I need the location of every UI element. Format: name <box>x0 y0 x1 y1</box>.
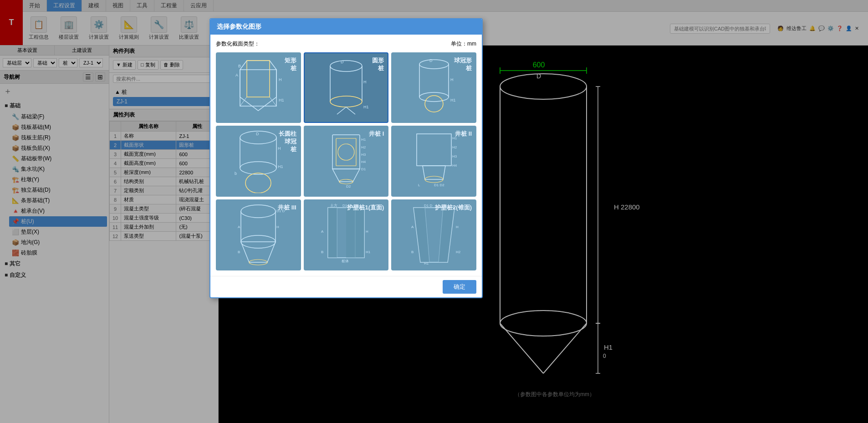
svg-text:A: A <box>235 73 238 77</box>
svg-rect-71 <box>346 208 364 258</box>
svg-text:H1: H1 <box>424 261 429 265</box>
svg-point-23 <box>419 92 449 102</box>
svg-line-3 <box>270 61 276 70</box>
svg-text:H4: H4 <box>452 163 457 168</box>
shape-svg-retaining-1: 土方 D1 D 桩体 A B H H1 <box>319 203 373 267</box>
svg-text:H1: H1 <box>361 138 366 142</box>
modal-footer: 确定 <box>210 276 482 297</box>
svg-marker-81 <box>414 208 429 262</box>
svg-point-58 <box>241 205 276 218</box>
shape-card-circle-pile[interactable]: 圆形桩 D H H1 <box>304 52 389 123</box>
shape-card-well-pile-3[interactable]: 井桩 III D1 D H A B <box>216 199 301 270</box>
svg-text:D1 D2: D1 D2 <box>434 183 444 187</box>
svg-rect-70 <box>328 208 337 258</box>
svg-text:H4: H4 <box>361 160 366 164</box>
svg-text:D2: D2 <box>346 184 351 189</box>
svg-line-15 <box>337 107 346 114</box>
select-shape-modal: 选择参数化图形 参数化截面类型： 单位：mm 矩形桩 <box>209 18 483 298</box>
svg-point-24 <box>425 96 443 112</box>
svg-text:D1 D: D1 D <box>424 204 432 208</box>
svg-text:D: D <box>341 60 344 64</box>
svg-marker-49 <box>423 166 445 179</box>
svg-point-20 <box>419 60 449 69</box>
svg-point-41 <box>338 144 354 160</box>
shape-svg-crown-pile: D H H1 <box>407 56 461 115</box>
svg-point-14 <box>330 96 362 107</box>
svg-text:B: B <box>238 250 240 254</box>
shape-svg-oval-crown-pile: H H1 b D <box>231 129 286 193</box>
svg-text:H: H <box>450 77 454 82</box>
svg-text:B: B <box>321 250 323 254</box>
shape-grid: 矩形桩 A B H H1 <box>216 52 476 270</box>
confirm-btn[interactable]: 确定 <box>443 280 476 294</box>
svg-text:土方: 土方 <box>330 204 337 208</box>
svg-marker-0 <box>240 61 276 111</box>
svg-text:H1: H1 <box>279 98 284 102</box>
section-type-label: 参数化截面类型： <box>216 40 260 48</box>
svg-point-11 <box>330 61 362 71</box>
svg-text:H1: H1 <box>278 164 283 169</box>
shape-card-retaining-1[interactable]: 护壁桩1(直面) 土方 D1 D 桩体 A B <box>304 199 389 270</box>
shape-card-oval-crown-pile[interactable]: 长圆柱球冠桩 H H1 b D <box>216 126 301 197</box>
shape-svg-rect-pile: A B H H1 <box>231 56 286 115</box>
modal-body: 参数化截面类型： 单位：mm 矩形桩 A <box>210 35 482 276</box>
svg-text:B: B <box>238 64 241 68</box>
svg-marker-39 <box>332 169 360 182</box>
shape-card-well-pile-2[interactable]: 井桩 II H1 H2 H3 H4 <box>391 126 476 197</box>
svg-text:H3: H3 <box>361 153 366 157</box>
modal-title: 选择参数化图形 <box>217 23 261 30</box>
svg-text:D: D <box>429 58 433 63</box>
svg-text:H: H <box>456 225 459 229</box>
svg-rect-6 <box>240 70 276 106</box>
svg-text:H: H <box>366 229 368 234</box>
svg-text:D1: D1 <box>361 167 366 171</box>
svg-text:H: H <box>363 80 367 84</box>
svg-point-32 <box>245 173 271 193</box>
shape-card-well-pile-1[interactable]: 井桩 I H1 H2 H3 H4 D1 <box>304 126 389 197</box>
svg-text:H: H <box>279 77 282 82</box>
svg-text:H1: H1 <box>363 105 369 109</box>
svg-rect-38 <box>336 138 356 166</box>
shape-svg-well-pile-3: D1 D H A B <box>231 203 286 267</box>
svg-line-2 <box>240 61 247 70</box>
svg-text:H: H <box>276 225 279 229</box>
svg-marker-62 <box>241 242 276 262</box>
svg-text:A: A <box>238 225 240 229</box>
svg-rect-1 <box>247 61 270 97</box>
shape-card-crown-pile[interactable]: 球冠形桩 D H H1 <box>391 52 476 123</box>
svg-text:B: B <box>411 250 414 254</box>
shape-card-rect-pile[interactable]: 矩形桩 A B H H1 <box>216 52 301 123</box>
unit-label: 单位：mm <box>451 40 476 48</box>
svg-text:H1: H1 <box>450 98 456 102</box>
svg-point-31 <box>240 162 276 174</box>
svg-text:D: D <box>256 132 259 136</box>
shape-svg-well-pile-2: H1 H2 H3 H4 L D1 D2 <box>407 129 461 193</box>
shape-card-retaining-2[interactable]: 护壁桩2(锥面) D1 D A B H H2 <box>391 199 476 270</box>
shape-svg-circle-pile: D H H1 <box>319 56 373 115</box>
svg-marker-48 <box>417 134 451 166</box>
svg-text:L: L <box>418 183 420 187</box>
svg-text:H2: H2 <box>456 250 461 254</box>
modal-header: 选择参数化图形 <box>210 19 482 35</box>
svg-text:H2: H2 <box>361 145 366 149</box>
svg-text:A: A <box>411 225 414 229</box>
svg-text:H1: H1 <box>366 250 371 254</box>
svg-marker-82 <box>439 208 454 262</box>
svg-line-16 <box>346 107 355 114</box>
svg-text:b: b <box>235 171 237 176</box>
shape-svg-well-pile-1: H1 H2 H3 H4 D1 D2 <box>319 129 373 193</box>
shape-svg-retaining-2: D1 D A B H H2 H1 <box>407 203 461 267</box>
svg-text:桩体: 桩体 <box>341 259 349 263</box>
svg-text:H2: H2 <box>452 145 457 149</box>
svg-rect-37 <box>332 135 360 169</box>
svg-text:A: A <box>321 229 324 234</box>
svg-text:H3: H3 <box>452 154 457 158</box>
